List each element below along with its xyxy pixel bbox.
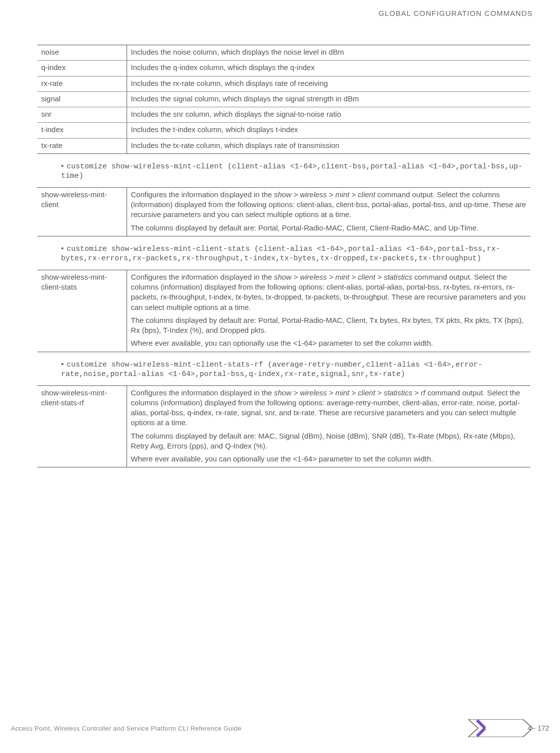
table-row: noiseIncludes the noise column, which di… bbox=[37, 45, 530, 61]
param-table-3: show-wireless-mint-client-stats Configur… bbox=[37, 270, 530, 352]
page-number: 4 - 172 bbox=[527, 724, 549, 732]
text: Where ever available, you can optionally… bbox=[131, 454, 527, 464]
param-name: q-index bbox=[37, 61, 127, 76]
page-content: noiseIncludes the noise column, which di… bbox=[0, 17, 560, 467]
command-path: show > wireless > mint > client > statis… bbox=[274, 273, 412, 281]
command-path: show > wireless > mint > client bbox=[274, 190, 375, 199]
param-desc: Configures the information displayed in … bbox=[127, 385, 530, 467]
syntax-text: customize show-wireless-mint-client (cli… bbox=[61, 162, 522, 181]
text: The columns displayed by default are: Po… bbox=[131, 315, 527, 336]
param-name: noise bbox=[37, 45, 127, 61]
param-desc: Includes the noise column, which display… bbox=[127, 45, 530, 61]
param-name: tx-rate bbox=[37, 138, 127, 153]
table-row: show-wireless-mint-client-stats-rf Confi… bbox=[37, 385, 530, 467]
text: The columns displayed by default are: Po… bbox=[131, 223, 527, 233]
table-row: tx-rateIncludes the tx-rate column, whic… bbox=[37, 138, 530, 153]
param-table-4: show-wireless-mint-client-stats-rf Confi… bbox=[37, 385, 530, 468]
param-desc: Includes the snr column, which displays … bbox=[127, 107, 530, 123]
param-name: show-wireless-mint-client-stats bbox=[37, 270, 127, 352]
param-desc: Includes the signal column, which displa… bbox=[127, 91, 530, 107]
text: The columns displayed by default are: MA… bbox=[131, 431, 527, 452]
text: Where ever available, you can optionally… bbox=[131, 338, 527, 348]
param-name: show-wireless-mint-client-stats-rf bbox=[37, 385, 127, 467]
footer-text: Access Point, Wireless Controller and Se… bbox=[11, 725, 241, 732]
table-row: snrIncludes the snr column, which displa… bbox=[37, 107, 530, 123]
page-header: GLOBAL CONFIGURATION COMMANDS bbox=[0, 0, 560, 17]
param-name: snr bbox=[37, 107, 127, 123]
footer-badge-icon bbox=[468, 719, 533, 737]
param-desc: Configures the information displayed in … bbox=[127, 187, 530, 236]
syntax-bullet: •customize show-wireless-mint-client-sta… bbox=[37, 243, 530, 270]
table-row: show-wireless-mint-client Configures the… bbox=[37, 187, 530, 236]
table-row: show-wireless-mint-client-stats Configur… bbox=[37, 270, 530, 352]
param-name: rx-rate bbox=[37, 76, 127, 91]
param-desc: Configures the information displayed in … bbox=[127, 270, 530, 352]
syntax-bullet: •customize show-wireless-mint-client-sta… bbox=[37, 359, 530, 385]
command-path: show > wireless > mint > client > statis… bbox=[274, 388, 425, 397]
syntax-text: customize show-wireless-mint-client-stat… bbox=[61, 245, 500, 263]
param-table-2: show-wireless-mint-client Configures the… bbox=[37, 187, 530, 236]
text: Configures the information displayed in … bbox=[131, 273, 275, 281]
param-desc: Includes the t-index column, which displ… bbox=[127, 123, 530, 138]
syntax-bullet: •customize show-wireless-mint-client (cl… bbox=[37, 161, 530, 187]
text: Configures the information displayed in … bbox=[131, 190, 275, 199]
text: Configures the information displayed in … bbox=[131, 388, 275, 397]
table-row: rx-rateIncludes the rx-rate column, whic… bbox=[37, 76, 530, 91]
param-name: signal bbox=[37, 91, 127, 107]
page-footer: Access Point, Wireless Controller and Se… bbox=[0, 718, 560, 738]
table-row: signalIncludes the signal column, which … bbox=[37, 91, 530, 107]
param-name: show-wireless-mint-client bbox=[37, 187, 127, 236]
param-desc: Includes the q-index column, which displ… bbox=[127, 61, 530, 76]
param-desc: Includes the tx-rate column, which displ… bbox=[127, 138, 530, 153]
table-row: q-indexIncludes the q-index column, whic… bbox=[37, 61, 530, 76]
param-desc: Includes the rx-rate column, which displ… bbox=[127, 76, 530, 91]
param-table-1: noiseIncludes the noise column, which di… bbox=[37, 45, 530, 154]
syntax-text: customize show-wireless-mint-client-stat… bbox=[61, 361, 482, 379]
param-name: t-index bbox=[37, 123, 127, 138]
table-row: t-indexIncludes the t-index column, whic… bbox=[37, 123, 530, 138]
